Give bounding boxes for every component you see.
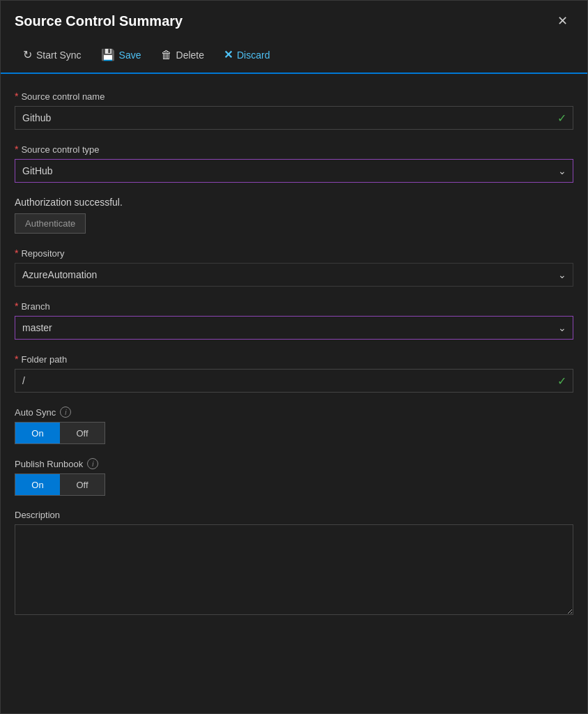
start-sync-button[interactable]: ↻ Start Sync [15, 44, 90, 66]
required-star: * [15, 91, 18, 102]
required-star-5: * [15, 354, 18, 365]
auto-sync-group: Auto Sync i On Off [15, 407, 573, 444]
source-control-name-label: * Source control name [15, 91, 573, 102]
folder-path-input[interactable] [15, 369, 573, 393]
publish-runbook-group: Publish Runbook i On Off [15, 458, 573, 496]
auth-section: Authorization successful. Authenticate [15, 197, 573, 234]
close-button[interactable]: ✕ [552, 12, 573, 30]
branch-select[interactable]: master main develop [15, 316, 573, 340]
discard-label: Discard [237, 50, 270, 61]
auto-sync-on-option[interactable]: On [15, 423, 60, 443]
dialog-header: Source Control Summary ✕ [1, 1, 587, 38]
delete-button[interactable]: 🗑 Delete [153, 45, 212, 66]
auth-status-text: Authorization successful. [15, 197, 573, 208]
source-control-name-input[interactable] [15, 106, 573, 130]
delete-icon: 🗑 [161, 49, 172, 61]
discard-icon: ✕ [224, 48, 233, 61]
save-icon: 💾 [101, 48, 115, 61]
branch-group: * Branch master main develop ⌄ [15, 301, 573, 340]
auto-sync-toggle[interactable]: On Off [15, 422, 105, 444]
delete-label: Delete [176, 50, 204, 61]
start-sync-label: Start Sync [36, 50, 82, 61]
folder-path-group: * Folder path ✓ [15, 354, 573, 393]
branch-wrapper: master main develop ⌄ [15, 316, 573, 340]
folder-path-label: * Folder path [15, 354, 573, 365]
auto-sync-off-option[interactable]: Off [60, 423, 105, 443]
toolbar: ↻ Start Sync 💾 Save 🗑 Delete ✕ Discard [1, 38, 587, 74]
repository-label: * Repository [15, 248, 573, 259]
description-label: Description [15, 510, 573, 520]
source-control-type-select[interactable]: GitHub GitLab Bitbucket [15, 159, 573, 183]
publish-runbook-on-option[interactable]: On [15, 474, 60, 495]
source-control-name-wrapper: ✓ [15, 106, 573, 130]
required-star-2: * [15, 144, 18, 155]
check-icon: ✓ [557, 112, 566, 125]
repository-select[interactable]: AzureAutomation [15, 263, 573, 287]
required-star-4: * [15, 301, 18, 312]
dialog-title: Source Control Summary [15, 13, 183, 29]
description-group: Description [15, 510, 573, 615]
save-label: Save [119, 50, 141, 61]
source-control-name-group: * Source control name ✓ [15, 91, 573, 130]
discard-button[interactable]: ✕ Discard [215, 44, 278, 66]
publish-runbook-label: Publish Runbook i [15, 458, 573, 469]
auto-sync-info-icon[interactable]: i [60, 407, 71, 418]
repository-group: * Repository AzureAutomation ⌄ [15, 248, 573, 287]
folder-path-wrapper: ✓ [15, 369, 573, 393]
publish-runbook-info-icon[interactable]: i [87, 458, 98, 469]
source-control-dialog: Source Control Summary ✕ ↻ Start Sync 💾 … [0, 0, 588, 714]
required-star-3: * [15, 248, 18, 259]
publish-runbook-off-option[interactable]: Off [60, 474, 105, 495]
authenticate-button[interactable]: Authenticate [15, 213, 86, 234]
folder-check-icon: ✓ [557, 374, 566, 388]
source-control-type-label: * Source control type [15, 144, 573, 155]
description-textarea[interactable] [15, 524, 573, 615]
auto-sync-label: Auto Sync i [15, 407, 573, 418]
publish-runbook-toggle[interactable]: On Off [15, 473, 105, 496]
repository-wrapper: AzureAutomation ⌄ [15, 263, 573, 287]
form-body: * Source control name ✓ * Source control… [1, 74, 587, 713]
save-button[interactable]: 💾 Save [93, 44, 150, 66]
sync-icon: ↻ [23, 48, 32, 61]
source-control-type-wrapper: GitHub GitLab Bitbucket ⌄ [15, 159, 573, 183]
source-control-type-group: * Source control type GitHub GitLab Bitb… [15, 144, 573, 183]
branch-label: * Branch [15, 301, 573, 312]
